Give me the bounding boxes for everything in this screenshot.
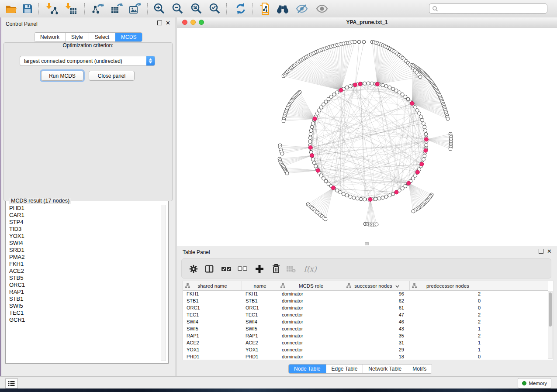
- mcds-dominator-node[interactable]: [424, 148, 428, 152]
- table-cell[interactable]: 96: [344, 290, 410, 297]
- table-cell[interactable]: YOX1: [242, 346, 278, 353]
- columns-icon[interactable]: [204, 264, 214, 274]
- canvas-splitter-handle[interactable]: [365, 242, 369, 245]
- scrollbar-thumb[interactable]: [549, 292, 552, 327]
- ring-node[interactable]: [309, 132, 312, 136]
- ring-node[interactable]: [342, 192, 345, 196]
- network-canvas[interactable]: [177, 28, 557, 246]
- memory-button[interactable]: Memory: [518, 378, 551, 389]
- ring-node[interactable]: [359, 197, 363, 201]
- table-cell[interactable]: dominator: [278, 304, 344, 311]
- refresh-icon[interactable]: [234, 2, 247, 15]
- tab-edge-table[interactable]: Edge Table: [326, 364, 363, 373]
- ring-node[interactable]: [388, 194, 391, 197]
- list-item[interactable]: TID3: [9, 226, 163, 233]
- node-table[interactable]: shared name name MCDS role successor nod…: [183, 281, 554, 360]
- export-table-icon[interactable]: [110, 2, 123, 15]
- table-cell[interactable]: connector: [278, 339, 344, 346]
- show-eye-icon[interactable]: [315, 2, 329, 15]
- ring-node[interactable]: [384, 85, 388, 88]
- table-cell[interactable]: FKH1: [242, 290, 278, 297]
- ring-node[interactable]: [349, 195, 352, 198]
- list-item[interactable]: SWI4: [9, 240, 163, 247]
- hide-selected-eye-icon[interactable]: [295, 2, 308, 15]
- save-icon[interactable]: [21, 2, 34, 15]
- ring-node[interactable]: [349, 85, 352, 88]
- document-share-icon[interactable]: [259, 2, 272, 15]
- table-row[interactable]: SWI4SWI4dominator462: [183, 318, 548, 325]
- table-cell[interactable]: dominator: [278, 332, 344, 339]
- table-cell[interactable]: 0: [410, 353, 486, 360]
- leaf-node[interactable]: [446, 117, 450, 120]
- ring-node[interactable]: [345, 194, 349, 197]
- open-folder-icon[interactable]: [4, 2, 17, 15]
- zoom-selected-icon[interactable]: [208, 2, 221, 15]
- mcds-dominator-node[interactable]: [353, 83, 357, 87]
- zoom-out-icon[interactable]: [171, 2, 184, 15]
- mcds-dominator-node[interactable]: [368, 197, 372, 201]
- ring-node[interactable]: [374, 197, 377, 201]
- mcds-dominator-node[interactable]: [310, 154, 314, 158]
- table-cell[interactable]: TEC1: [183, 311, 242, 318]
- ring-node[interactable]: [336, 91, 339, 94]
- list-item[interactable]: PHD1: [9, 205, 163, 212]
- leaf-node[interactable]: [449, 147, 452, 151]
- delete-table-icon[interactable]: [286, 264, 296, 274]
- leaf-node[interactable]: [362, 40, 366, 44]
- table-cell[interactable]: 0: [410, 304, 486, 311]
- leaf-node[interactable]: [280, 152, 284, 155]
- table-cell[interactable]: YOX1: [183, 346, 242, 353]
- table-cell[interactable]: RAP1: [242, 332, 278, 339]
- float-panel-icon[interactable]: [157, 21, 162, 25]
- leaf-node[interactable]: [419, 75, 422, 79]
- list-item[interactable]: GCR1: [9, 316, 163, 323]
- table-cell[interactable]: 62: [344, 297, 410, 304]
- ring-node[interactable]: [418, 112, 421, 115]
- mcds-dominator-node[interactable]: [424, 138, 428, 141]
- gear-icon[interactable]: [188, 264, 199, 274]
- select-all-checks-icon[interactable]: [221, 264, 232, 274]
- leaf-node[interactable]: [353, 40, 356, 44]
- table-cell[interactable]: PHD1: [183, 353, 242, 360]
- export-network-icon[interactable]: [91, 2, 104, 15]
- ring-node[interactable]: [421, 118, 424, 122]
- table-cell[interactable]: SWI4: [183, 318, 242, 325]
- table-cell[interactable]: 46: [344, 318, 410, 325]
- deselect-checks-icon[interactable]: [237, 264, 248, 274]
- list-item[interactable]: SWI5: [9, 303, 163, 309]
- ring-node[interactable]: [422, 158, 425, 161]
- table-cell[interactable]: 2: [410, 318, 486, 325]
- table-cell[interactable]: dominator: [278, 318, 344, 325]
- tab-style[interactable]: Style: [66, 33, 89, 41]
- ring-node[interactable]: [311, 158, 315, 161]
- table-cell[interactable]: 2: [410, 311, 486, 318]
- table-cell[interactable]: PHD1: [242, 353, 278, 360]
- task-history-button[interactable]: [5, 378, 18, 389]
- table-body[interactable]: FKH1FKH1dominator962STB1STB1dominator620…: [183, 290, 548, 360]
- tab-network-table[interactable]: Network Table: [363, 364, 407, 373]
- table-cell[interactable]: connector: [278, 325, 344, 332]
- table-cell[interactable]: connector: [278, 346, 344, 353]
- tab-network[interactable]: Network: [35, 33, 66, 41]
- table-cell[interactable]: 1: [410, 346, 486, 353]
- list-item[interactable]: CAR1: [9, 212, 163, 219]
- ring-node[interactable]: [422, 122, 425, 125]
- table-cell[interactable]: 1: [410, 339, 486, 346]
- ring-node[interactable]: [310, 125, 314, 129]
- zoom-in-icon[interactable]: [153, 2, 166, 15]
- table-row[interactable]: SWI5SWI5connector431: [183, 325, 548, 332]
- column-header-predecessor-nodes[interactable]: predecessor nodes: [410, 281, 486, 290]
- column-header-mcds-role[interactable]: MCDS role: [278, 281, 344, 290]
- table-row[interactable]: YOX1YOX1connector291: [183, 346, 548, 353]
- import-network-icon[interactable]: [45, 2, 59, 15]
- ring-node[interactable]: [391, 192, 395, 196]
- leaf-node[interactable]: [357, 40, 361, 44]
- mcds-dominator-node[interactable]: [358, 82, 362, 86]
- table-cell[interactable]: 31: [344, 339, 410, 346]
- list-item[interactable]: ORC1: [9, 282, 163, 289]
- ring-node[interactable]: [318, 109, 321, 112]
- table-cell[interactable]: SWI5: [183, 325, 242, 332]
- table-cell[interactable]: 43: [344, 325, 410, 332]
- table-cell[interactable]: 18: [344, 353, 410, 360]
- table-cell[interactable]: connector: [278, 311, 344, 318]
